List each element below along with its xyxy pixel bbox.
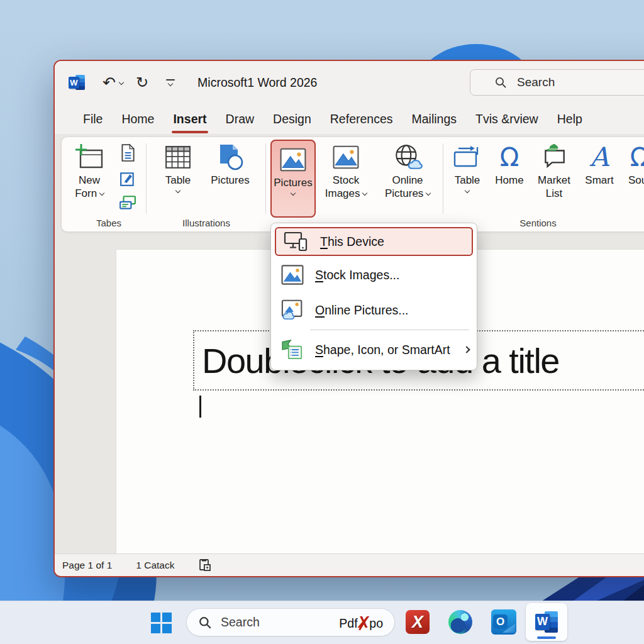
chevron-down-icon [362,191,367,196]
sour-omega-button[interactable]: Ω Sour [620,141,644,187]
shape-smartart-icon [281,340,304,360]
tab-design[interactable]: Design [264,112,321,126]
document-button[interactable] [119,143,136,165]
titlebar: W ↶ ↻ Microsoft1 Word 2026 Search [55,61,644,104]
desktop: W ↶ ↻ Microsoft1 Word 2026 Search [0,0,644,644]
omega-icon: Ω [500,141,519,174]
undo-icon: ↶ [103,74,116,92]
picture-shape-icon [216,141,244,174]
tab-file[interactable]: File [74,112,112,126]
pdf-x-app-icon[interactable]: X [406,610,430,634]
comment-bell-icon [540,141,568,174]
status-bar: Page 1 of 1 1 Catack [55,553,644,576]
reuse-comments-icon [119,195,136,211]
taskbar-search[interactable]: Search PdfXpo [186,608,395,636]
home-omega-button[interactable]: Ω Home [488,141,531,187]
group-label-sentions: Sentions [499,218,577,228]
tab-insert[interactable]: Insert [164,112,216,126]
chevron-down-icon [426,191,431,196]
submenu-arrow-icon [463,346,470,353]
clipboard-icon[interactable] [198,558,212,572]
pictures-dropdown-menu: This Device Stock Images... Online Pictu… [270,223,477,370]
new-form-button[interactable]: New Forn [65,141,113,200]
table-icon [165,141,191,174]
edge-browser-icon[interactable] [448,610,472,634]
menu-item-online-pictures[interactable]: Online Pictures... [271,292,477,328]
omega-icon: Ω [630,141,644,174]
italic-a-icon: A [590,141,609,174]
word-app-icon: W [69,74,85,91]
search-placeholder: Search [517,75,555,89]
market-list-button[interactable]: Market List [531,141,577,200]
group-label-illustrations: Illustrations [162,218,250,228]
menu-separator [310,330,469,330]
search-brand-badge: PdfXpo [339,613,383,631]
undo-button[interactable]: ↶ [103,74,123,92]
tab-home[interactable]: Home [112,112,164,126]
group-divider [443,143,443,214]
tab-review[interactable]: Tvis &rview [466,112,548,126]
word-count[interactable]: 1 Catack [136,560,174,571]
text-cursor [199,396,201,418]
tab-help[interactable]: Help [548,112,592,126]
group-divider [265,143,266,214]
ribbon-tabs: File Home Insert Draw Design References … [55,104,644,134]
search-placeholder: Search [221,615,260,630]
online-pictures-button[interactable]: Online Pictures [375,141,440,200]
windows-start-button[interactable] [151,613,172,633]
tab-draw[interactable]: Draw [216,112,264,126]
chevron-down-icon [99,191,104,196]
window-title: Microsoft1 Word 2026 [197,75,317,90]
outlook-app-icon[interactable]: O [491,609,516,635]
word-window: W ↶ ↻ Microsoft1 Word 2026 Search [53,60,644,577]
windows-logo-icon [151,613,160,622]
picture-icon [280,143,306,176]
customize-toolbar-button[interactable] [166,79,175,86]
new-document-icon [74,141,104,174]
pictures-button[interactable]: Pictures [270,140,316,218]
taskbar: Search PdfXpo X O W [0,601,644,644]
chevron-down-icon [291,191,296,196]
tab-references[interactable]: References [321,112,402,126]
reuse-button[interactable] [119,195,136,214]
search-icon [494,76,507,89]
table-button[interactable]: Table [157,141,199,192]
chevron-down-icon [175,188,180,193]
word-taskbar-button[interactable]: W [526,603,567,641]
menu-item-stock-images[interactable]: Stock Images... [271,257,477,292]
undo-dropdown-chevron-icon[interactable] [119,80,124,85]
chevron-down-icon [168,81,173,86]
stock-images-button[interactable]: Stock Images [318,141,374,200]
tab-mailings[interactable]: Mailings [402,112,467,126]
picture-icon [333,141,359,174]
menu-item-this-device[interactable]: This Device [275,227,473,256]
picture-icon [281,265,304,285]
redo-button[interactable]: ↻ [136,74,148,91]
word-logo-icon: W [535,611,558,633]
group-divider [146,143,147,214]
smart-button[interactable]: A Smart [580,141,619,187]
ribbon-search-box[interactable]: Search [470,69,644,96]
pictures-shape-button[interactable]: Pictures [205,141,255,187]
menu-item-shape-icon-smartart[interactable]: Shape, Icon, or SmartArt [271,332,477,367]
globe-cloud-icon [392,141,423,174]
document-icon [119,143,136,162]
chevron-down-icon [465,188,470,193]
search-icon [198,616,212,630]
group-label-partial: P [641,218,644,228]
edit-button[interactable] [119,170,136,189]
page-indicator[interactable]: Page 1 of 1 [62,560,112,571]
ribbon: New Forn [61,136,644,232]
group-label-tabes: Tabes [74,218,143,228]
picture-cloud-icon [281,299,304,321]
active-app-indicator [537,636,556,640]
table-export-icon [453,141,481,174]
this-device-icon [284,231,309,252]
edit-pen-icon [119,170,136,187]
table-export-button[interactable]: Table [448,141,487,192]
small-buttons-column [117,143,138,214]
red-x-glyph: X [358,613,369,631]
